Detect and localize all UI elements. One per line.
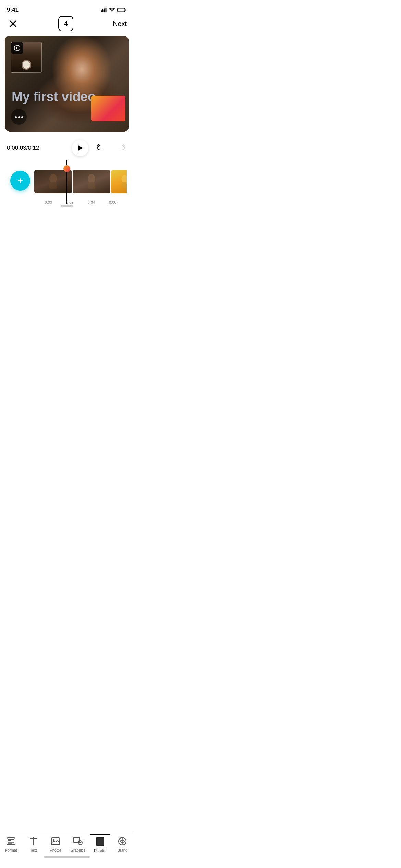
next-button[interactable]: Next [113, 20, 127, 28]
more-dots-icon [15, 116, 23, 118]
timestamp-0: 0:00 [38, 200, 59, 204]
timestamp-6: 0:06 [102, 200, 124, 204]
svg-rect-2 [104, 9, 105, 13]
hexagon-logo-icon: L [13, 44, 21, 52]
clip-thumbnail-3 [111, 170, 127, 193]
undo-button[interactable] [95, 142, 108, 154]
timeline-clips [34, 170, 127, 193]
signal-icon [101, 8, 107, 12]
status-time: 9:41 [7, 7, 19, 13]
redo-button[interactable] [114, 142, 127, 154]
close-icon [9, 20, 17, 27]
timestamp-2: 0:02 [59, 200, 81, 204]
play-icon [77, 145, 83, 152]
video-preview: L My first video [5, 36, 129, 132]
wifi-icon [109, 8, 115, 12]
svg-point-16 [121, 175, 127, 183]
playhead-indicator [63, 165, 70, 172]
clip-thumbnail-2 [73, 170, 110, 193]
battery-icon [117, 8, 127, 12]
more-options-button[interactable] [11, 109, 27, 125]
plus-icon: + [17, 176, 23, 185]
svg-marker-11 [78, 145, 83, 151]
svg-text:L: L [16, 46, 18, 50]
logo-badge: L [11, 42, 23, 54]
svg-rect-5 [126, 9, 127, 11]
svg-rect-13 [49, 182, 57, 189]
timeline-timestamps: 0:00 0:02 0:04 0:06 [34, 200, 127, 204]
time-display: 0:00.03/0:12 [7, 145, 39, 152]
slide-counter: 4 [58, 16, 73, 31]
undo-icon [97, 144, 106, 152]
clip-3[interactable] [111, 170, 127, 193]
timeline-playhead [63, 165, 70, 172]
gradient-decoration [91, 96, 125, 121]
timeline-section: 0:00.03/0:12 [0, 135, 134, 204]
status-icons [101, 8, 127, 12]
close-button[interactable] [7, 17, 19, 30]
time-controls: 0:00.03/0:12 [7, 140, 127, 156]
play-button[interactable] [72, 140, 88, 156]
svg-point-14 [88, 174, 95, 183]
timestamp-4: 0:04 [81, 200, 102, 204]
drum-graphic [22, 60, 31, 70]
svg-rect-6 [118, 9, 125, 12]
svg-rect-1 [102, 9, 104, 12]
svg-rect-3 [106, 8, 107, 12]
clip-2[interactable] [73, 170, 110, 193]
svg-rect-17 [121, 182, 127, 188]
timeline-container[interactable]: + [7, 160, 127, 204]
video-background: L My first video [5, 36, 129, 132]
redo-icon [116, 144, 125, 152]
svg-rect-0 [101, 10, 102, 12]
svg-rect-15 [88, 182, 95, 189]
scroll-indicator [61, 205, 73, 207]
status-bar: 9:41 [0, 0, 134, 15]
svg-point-12 [49, 174, 57, 183]
top-nav: 4 Next [0, 15, 134, 32]
add-clip-button[interactable]: + [10, 171, 30, 191]
playback-controls [72, 140, 127, 156]
